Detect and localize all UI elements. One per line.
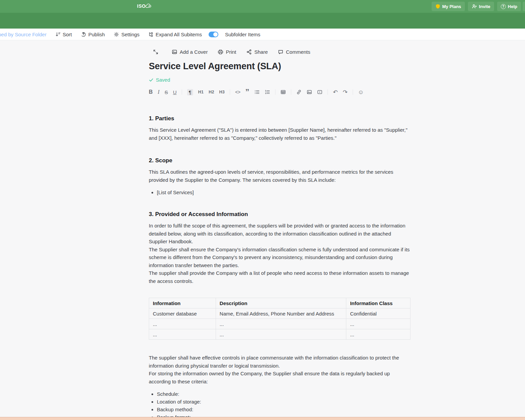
subfolder-items-toggle[interactable] xyxy=(209,32,218,37)
sort-label: Sort xyxy=(62,32,72,37)
table-cell[interactable]: Customer database xyxy=(149,308,216,319)
h3-button[interactable]: H3 xyxy=(219,90,225,94)
share-button[interactable]: Share xyxy=(246,49,268,55)
subitems-tree-icon xyxy=(148,32,154,37)
invite-label: Invite xyxy=(479,4,490,9)
emoji-button[interactable]: ☺ xyxy=(358,89,364,95)
bottom-scrollbar-strip[interactable] xyxy=(0,417,525,420)
paragraph-text[interactable]: The supplier shall provide the Company w… xyxy=(149,269,410,285)
paragraph-text[interactable]: The supplier shall have effective contro… xyxy=(149,354,410,370)
paragraph-text[interactable]: In order to fulfil the scope of this agr… xyxy=(149,222,410,246)
divider xyxy=(291,89,291,95)
numbered-list-button[interactable] xyxy=(265,89,270,95)
expand-document-button[interactable] xyxy=(153,49,159,55)
table-cell[interactable]: ... xyxy=(216,329,346,340)
section-scope-paragraph[interactable]: This SLA outlines the agreed-upon levels… xyxy=(149,168,410,184)
comments-label: Comments xyxy=(286,49,310,55)
redo-button[interactable]: ↷ xyxy=(343,89,348,95)
table-cell[interactable]: ... xyxy=(216,319,346,329)
publish-icon xyxy=(81,32,86,37)
section-heading-parties[interactable]: 1. Parties xyxy=(149,115,410,122)
paragraph-text[interactable]: This Service Level Agreement ("SLA") is … xyxy=(149,126,410,142)
table-button[interactable] xyxy=(280,89,286,95)
table-cell[interactable]: ... xyxy=(149,329,216,340)
table-row: ... ... ... xyxy=(149,329,410,340)
blockquote-button[interactable]: ” xyxy=(245,90,249,94)
section-parties-paragraph[interactable]: This Service Level Agreement ("SLA") is … xyxy=(149,126,410,142)
divider xyxy=(327,89,328,95)
share-nodes-icon xyxy=(246,49,252,55)
bullet-list-button[interactable] xyxy=(254,89,260,95)
view-toolbar: ped by Source Folder Sort Publish Settin… xyxy=(0,29,525,40)
help-button[interactable]: ? Help xyxy=(497,2,521,11)
link-button[interactable] xyxy=(296,89,302,95)
list-item[interactable]: [List of Services] xyxy=(157,188,410,196)
publish-button[interactable]: Publish xyxy=(81,32,105,37)
col-header-description[interactable]: Description xyxy=(216,298,346,308)
print-button[interactable]: Print xyxy=(218,49,236,55)
table-row: Customer database Name, Email Address, P… xyxy=(149,308,410,319)
image-icon xyxy=(172,49,177,55)
table-header-row: Information Description Information Clas… xyxy=(149,298,410,308)
paragraph-text[interactable]: This SLA outlines the agreed-upon levels… xyxy=(149,168,410,184)
my-plans-label: My Plans xyxy=(442,4,461,9)
h2-button[interactable]: H2 xyxy=(209,90,214,94)
section-heading-scope[interactable]: 2. Scope xyxy=(149,157,410,164)
paragraph-button[interactable]: ¶ xyxy=(187,89,193,95)
invite-person-icon xyxy=(472,4,477,9)
sort-button[interactable]: Sort xyxy=(55,32,72,37)
italic-button[interactable]: I xyxy=(158,89,160,95)
col-header-information-class[interactable]: Information Class xyxy=(346,298,410,308)
expand-all-label: Expand All Subitems xyxy=(156,32,202,37)
table-row: ... ... ... xyxy=(149,319,410,329)
scope-bullet-list: [List of Services] xyxy=(149,188,410,196)
grouped-by-source-folder-link[interactable]: ped by Source Folder xyxy=(0,32,46,37)
post-table-paragraphs[interactable]: The supplier shall have effective contro… xyxy=(149,354,410,385)
secondary-header-bar xyxy=(0,13,525,29)
table-cell[interactable]: ... xyxy=(346,329,410,340)
formatting-toolbar: B I S U ¶ H1 H2 H3 <> ” xyxy=(149,88,410,96)
help-icon: ? xyxy=(501,4,506,9)
table-cell[interactable]: Confidential xyxy=(346,308,410,319)
insert-video-button[interactable] xyxy=(317,89,322,95)
paragraph-text[interactable]: The Supplier shall ensure the Company's … xyxy=(149,246,410,269)
paragraph-text[interactable]: For storing the information owned by the… xyxy=(149,370,410,385)
help-label: Help xyxy=(508,4,517,9)
list-item[interactable]: Location of storage: xyxy=(157,398,410,406)
share-label: Share xyxy=(254,49,268,55)
subfolder-items-label-item: Subfolder Items xyxy=(225,32,260,37)
save-status: Saved xyxy=(149,77,410,83)
document-title[interactable]: Service Level Agreement (SLA) xyxy=(149,61,410,72)
list-item[interactable]: Schedule: xyxy=(157,390,410,398)
add-cover-button[interactable]: Add a Cover xyxy=(172,49,208,55)
my-plans-button[interactable]: My Plans xyxy=(432,2,465,11)
print-label: Print xyxy=(226,49,236,55)
undo-button[interactable]: ↶ xyxy=(333,89,338,95)
bold-button[interactable]: B xyxy=(149,89,153,95)
insert-image-button[interactable] xyxy=(307,89,312,95)
invite-button[interactable]: Invite xyxy=(468,2,494,11)
table-cell[interactable]: ... xyxy=(149,319,216,329)
app-logo: ISO xyxy=(137,3,152,9)
toggle-knob xyxy=(213,32,218,37)
strikethrough-button[interactable]: S xyxy=(165,90,168,95)
code-button[interactable]: <> xyxy=(235,90,240,94)
underline-button[interactable]: U xyxy=(173,90,177,95)
backup-criteria-list: Schedule: Location of storage: Backup me… xyxy=(149,390,410,417)
comments-button[interactable]: Comments xyxy=(278,49,310,55)
partial-button-edge xyxy=(523,2,525,11)
comment-bubble-icon xyxy=(278,49,283,55)
h1-button[interactable]: H1 xyxy=(198,90,204,94)
table-cell[interactable]: Name, Email Address, Phone Number and Ad… xyxy=(216,308,346,319)
col-header-information[interactable]: Information xyxy=(149,298,216,308)
document-action-bar: Add a Cover Print xyxy=(149,49,410,55)
table-cell[interactable]: ... xyxy=(346,319,410,329)
settings-button[interactable]: Settings xyxy=(114,32,139,37)
divider xyxy=(230,89,230,95)
section-provided-info-paragraphs[interactable]: In order to fulfil the scope of this agr… xyxy=(149,222,410,285)
section-heading-provided-info[interactable]: 3. Provided or Accessed Information xyxy=(149,211,410,218)
expand-all-subitems-button[interactable]: Expand All Subitems xyxy=(148,32,202,37)
list-item[interactable]: Backup method: xyxy=(157,406,410,413)
add-cover-label: Add a Cover xyxy=(180,49,208,55)
shield-icon xyxy=(435,4,440,9)
